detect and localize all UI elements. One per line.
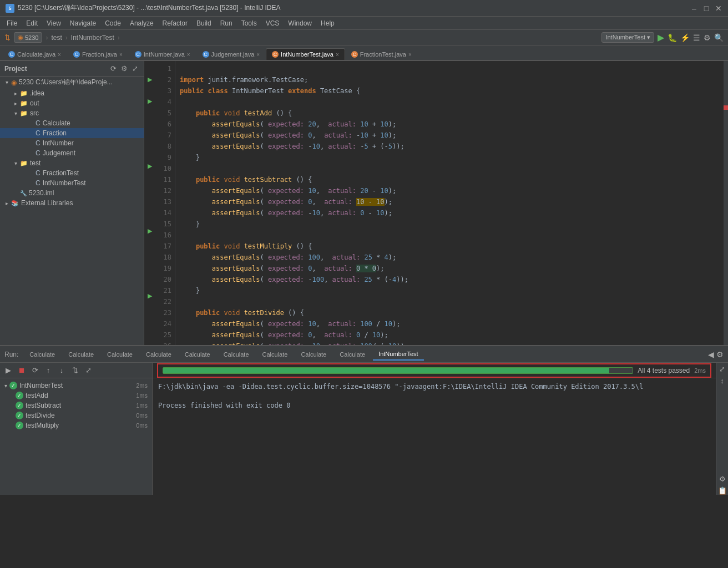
tree-extlibs[interactable]: ▸ 📚 External Libraries xyxy=(0,198,144,208)
test-add-item[interactable]: ✓ testAdd 1ms xyxy=(2,390,150,400)
settings-icon[interactable]: ⚙ xyxy=(704,33,711,42)
close-tab-fractiontest[interactable]: × xyxy=(408,52,412,58)
close-tab-intnumber[interactable]: × xyxy=(187,52,190,58)
run-test-tree-panel: ▶ ⏹ ⟳ ↑ ↓ ⇅ ⤢ ▾ ✓ IntNumberTest 2ms ✓ te… xyxy=(0,363,153,495)
editor-gutter: ▶ ▶ ▶ ▶ ▶ xyxy=(144,61,155,345)
test-multiply-item[interactable]: ✓ testMultiply 0ms xyxy=(2,420,150,430)
run-tab-left-icon[interactable]: ◀ xyxy=(708,350,714,359)
menu-code[interactable]: Code xyxy=(100,18,125,28)
close-tab-fraction[interactable]: × xyxy=(119,52,123,58)
tree-intnumber[interactable]: C IntNumber xyxy=(0,138,144,148)
tab-calculate[interactable]: C Calculate.java × xyxy=(2,48,67,60)
menu-run[interactable]: Run xyxy=(216,18,237,28)
run-icon-2[interactable]: ↕ xyxy=(720,377,724,385)
maximize-button[interactable]: □ xyxy=(702,4,710,12)
tab-judgement[interactable]: C Judgement.java × xyxy=(196,48,266,60)
run-output[interactable]: F:\jdk\bin\java -ea -Didea.test.cyclic.b… xyxy=(153,378,716,495)
run-tab-calc1[interactable]: Calculate xyxy=(24,349,60,360)
tab-fraction[interactable]: C Fraction.java × xyxy=(67,48,129,60)
run-play-btn[interactable]: ▶ xyxy=(2,364,14,377)
tree-idea[interactable]: ▸ 📁 .idea xyxy=(0,88,144,98)
code-content[interactable]: import junit.framework.TestCase; public … xyxy=(175,61,724,345)
menu-refactor[interactable]: Refactor xyxy=(158,18,192,28)
debug-button[interactable]: 🐛 xyxy=(668,33,677,42)
run-prev-btn[interactable]: ↑ xyxy=(42,364,54,377)
test-divide-item[interactable]: ✓ testDivide 0ms xyxy=(2,410,150,420)
nav-project-btn[interactable]: ◉ 5230 xyxy=(14,32,42,43)
search-icon[interactable]: 🔍 xyxy=(714,33,724,42)
menu-window[interactable]: Window xyxy=(284,18,316,28)
gutter-16[interactable]: ▶ xyxy=(146,226,154,237)
scroll-indicator[interactable] xyxy=(724,61,728,345)
run-icon-1[interactable]: ⤢ xyxy=(719,365,725,373)
tab-intnumber[interactable]: C IntNumber.java × xyxy=(129,48,196,60)
menu-tools[interactable]: Tools xyxy=(237,18,261,28)
tree-src[interactable]: ▾ 📁 src xyxy=(0,108,144,118)
run-icon-4[interactable]: 📋 xyxy=(718,486,727,495)
run-tab-calc5[interactable]: Calculate xyxy=(179,349,216,360)
nav-class-name[interactable]: IntNumberTest xyxy=(71,34,114,42)
menu-edit[interactable]: Edit xyxy=(22,18,42,28)
run-tab-calc2[interactable]: Calculate xyxy=(63,349,99,360)
run-rerun-btn[interactable]: ⟳ xyxy=(29,364,41,377)
sidebar-sync-icon[interactable]: ⟳ xyxy=(109,63,118,74)
menu-vcs[interactable]: VCS xyxy=(261,18,284,28)
run-button[interactable]: ▶ xyxy=(658,32,664,43)
menu-analyze[interactable]: Analyze xyxy=(125,18,158,28)
sidebar-gear-icon[interactable]: ⚙ xyxy=(120,63,129,74)
minimize-button[interactable]: – xyxy=(690,4,698,12)
run-next-btn[interactable]: ↓ xyxy=(55,364,68,377)
gutter-8 xyxy=(146,139,154,150)
profile-button[interactable]: ☰ xyxy=(693,33,700,42)
run-export-btn[interactable]: ⤢ xyxy=(82,364,94,377)
menu-help[interactable]: Help xyxy=(316,18,339,28)
folder-icon-out: 📁 xyxy=(20,100,28,107)
gutter-4[interactable]: ▶ xyxy=(146,96,154,107)
gutter-22[interactable]: ▶ xyxy=(146,291,154,302)
close-tab-calculate[interactable]: × xyxy=(58,52,61,58)
run-tab-calc3[interactable]: Calculate xyxy=(102,349,138,360)
run-tab-calc4[interactable]: Calculate xyxy=(140,349,177,360)
tree-fractiontest[interactable]: C FractionTest xyxy=(0,168,144,178)
tree-calculate[interactable]: C Calculate xyxy=(0,118,144,128)
run-tab-calc9[interactable]: Calculate xyxy=(334,349,371,360)
gutter-24 xyxy=(146,312,154,323)
run-tab-calc7[interactable]: Calculate xyxy=(257,349,294,360)
tree-test[interactable]: ▾ 📁 test xyxy=(0,158,144,168)
close-tab-judgement[interactable]: × xyxy=(256,52,260,58)
test-suite-item[interactable]: ▾ ✓ IntNumberTest 2ms xyxy=(2,381,150,390)
nav-sort-icon[interactable]: ⇅ xyxy=(4,33,11,42)
coverage-button[interactable]: ⚡ xyxy=(680,33,690,42)
run-config-btn[interactable]: IntNumberTest ▾ xyxy=(601,32,654,43)
run-tab-calc6[interactable]: Calculate xyxy=(218,349,255,360)
tree-out[interactable]: ▸ 📁 out xyxy=(0,98,144,108)
nav-test-folder[interactable]: test xyxy=(51,34,62,42)
test-tree: ▾ ✓ IntNumberTest 2ms ✓ testAdd 1ms ✓ te… xyxy=(0,378,152,433)
test-add-time: 1ms xyxy=(136,392,148,399)
run-tab-calc8[interactable]: Calculate xyxy=(295,349,332,360)
run-sort-btn[interactable]: ⇅ xyxy=(69,364,81,377)
close-button[interactable]: ✕ xyxy=(715,4,722,12)
menu-navigate[interactable]: Navigate xyxy=(65,18,100,28)
tab-intnumbertest[interactable]: C IntNumberTest.java × xyxy=(266,48,345,60)
gutter-10[interactable]: ▶ xyxy=(146,161,154,172)
gutter-2[interactable]: ▶ xyxy=(146,74,154,85)
run-icon-3[interactable]: ⚙ xyxy=(719,475,726,483)
run-stop-btn[interactable]: ⏹ xyxy=(16,364,28,377)
close-tab-intnumbertest[interactable]: × xyxy=(336,52,339,58)
sidebar-expand-icon[interactable]: ⤢ xyxy=(131,63,139,74)
tab-icon-judgement: C xyxy=(203,51,209,58)
tab-fractiontest[interactable]: C FractionTest.java × xyxy=(345,48,418,60)
menu-file[interactable]: File xyxy=(2,18,22,28)
run-tab-intnumbertest[interactable]: IntNumberTest xyxy=(373,348,424,361)
tree-root[interactable]: ▾ ◉ 5230 C:\Users\锦年\IdeaProje... xyxy=(0,77,144,88)
tree-intnumbertest[interactable]: C IntNumberTest xyxy=(0,178,144,188)
test-subtract-item[interactable]: ✓ testSubtract 1ms xyxy=(2,400,150,410)
tree-fraction[interactable]: C Fraction xyxy=(0,128,144,138)
test-divide-time: 0ms xyxy=(136,412,148,419)
run-tab-settings-icon[interactable]: ⚙ xyxy=(716,350,724,359)
tree-judgement[interactable]: C Judgement xyxy=(0,148,144,158)
menu-view[interactable]: View xyxy=(42,18,65,28)
tree-iml[interactable]: 🔧 5230.iml xyxy=(0,188,144,198)
menu-build[interactable]: Build xyxy=(192,18,216,28)
